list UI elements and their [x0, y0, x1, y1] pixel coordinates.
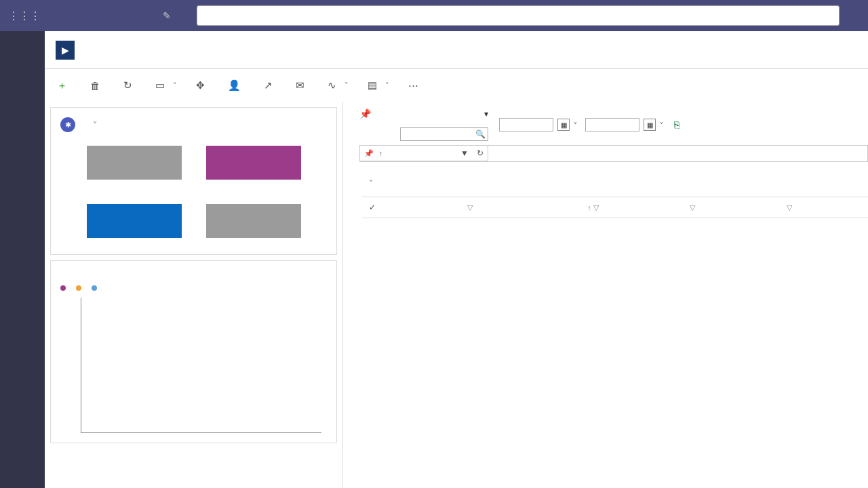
search-icon[interactable]: 🔍	[475, 129, 486, 139]
share-button[interactable]: ↗	[264, 79, 277, 92]
pin-icon: 📌	[364, 149, 374, 158]
right-column: 📌 ▾ 🔍 ▦	[343, 102, 868, 488]
command-bar: ＋ 🗑 ↻ ▭˅ ✥ 👤 ↗ ✉ ∿˅ ▤˅ ⋯	[45, 69, 868, 102]
end-break-button[interactable]	[206, 204, 301, 238]
attendance-chart	[81, 298, 321, 433]
clock-icon: ✱	[60, 117, 75, 132]
delete-button[interactable]: 🗑	[90, 80, 104, 92]
flow-button[interactable]: ∿˅	[328, 79, 349, 92]
process-button[interactable]: ▭˅	[155, 79, 177, 92]
employee-list: 📌 ↑ ▼ ↻	[359, 145, 488, 162]
time-clock-card: ✱ ˅	[50, 107, 337, 255]
col-until[interactable]: ▽	[606, 197, 703, 218]
teams-header: ⋮⋮⋮ ✎	[0, 0, 868, 31]
calendar-icon[interactable]: ▦	[644, 119, 656, 131]
leave-requests-table: ✓ ▽ ↑ ▽ ▽ ▽	[362, 197, 868, 218]
assign-button[interactable]: 👤	[228, 79, 245, 92]
end-date-input[interactable]	[585, 118, 639, 131]
col-from[interactable]: ↑ ▽	[479, 197, 606, 218]
col-absence[interactable]	[799, 197, 868, 218]
more-commands-button[interactable]: ⋯	[408, 79, 418, 92]
leave-requests-title[interactable]: ˅	[362, 178, 868, 188]
employee-list-header[interactable]: 📌 ↑ ▼ ↻	[360, 146, 488, 161]
start-break-button[interactable]	[206, 146, 301, 180]
chevron-down-icon[interactable]: ˅	[93, 120, 98, 130]
start-button[interactable]	[87, 146, 182, 180]
chevron-down-icon: ˅	[369, 178, 374, 188]
chart-legend	[60, 281, 327, 293]
attendance-title	[60, 270, 327, 281]
leave-requests-section: ˅ ✓ ▽ ↑ ▽ ▽ ▽	[343, 162, 868, 218]
left-rail	[0, 31, 45, 488]
chevron-down-icon[interactable]: ˅	[574, 121, 577, 129]
select-all-checkbox[interactable]: ✓	[362, 197, 382, 218]
left-column: ✱ ˅	[45, 102, 343, 488]
d365-bar: ▶	[45, 31, 868, 69]
schedule-gantt	[488, 145, 868, 162]
refresh-icon[interactable]: ↻	[477, 148, 484, 158]
chevron-down-icon[interactable]: ▾	[484, 109, 488, 119]
sort-asc-icon: ↑	[379, 150, 382, 157]
refresh-button[interactable]: ↻	[123, 79, 136, 92]
end-button[interactable]	[87, 204, 182, 238]
content-area: ▶ ＋ 🗑 ↻ ▭˅ ✥ 👤 ↗ ✉ ∿˅ ▤˅ ⋯ ✱ ˅	[45, 31, 868, 488]
email-link-button[interactable]: ✉	[296, 79, 309, 92]
pin-icon[interactable]: 📌	[359, 108, 371, 119]
d365-logo-icon: ▶	[56, 41, 75, 60]
attendance-card	[50, 260, 337, 443]
word-templates-button[interactable]: ▤˅	[368, 79, 389, 92]
calendar-icon[interactable]: ▦	[557, 119, 570, 131]
filter-icon[interactable]: ▼	[460, 148, 469, 158]
col-days[interactable]: ▽	[702, 197, 799, 218]
compose-icon[interactable]: ✎	[163, 10, 171, 21]
export-excel-button[interactable]: ⎘	[674, 119, 682, 130]
search-input[interactable]	[197, 5, 840, 26]
apps-grid-icon[interactable]: ⋮⋮⋮	[8, 9, 24, 22]
col-status[interactable]: ▽	[382, 197, 479, 218]
start-date-input[interactable]	[499, 118, 553, 131]
modify-leave-button[interactable]: ✥	[196, 79, 209, 92]
chevron-down-icon[interactable]: ˅	[660, 121, 663, 129]
new-button[interactable]: ＋	[57, 79, 71, 92]
